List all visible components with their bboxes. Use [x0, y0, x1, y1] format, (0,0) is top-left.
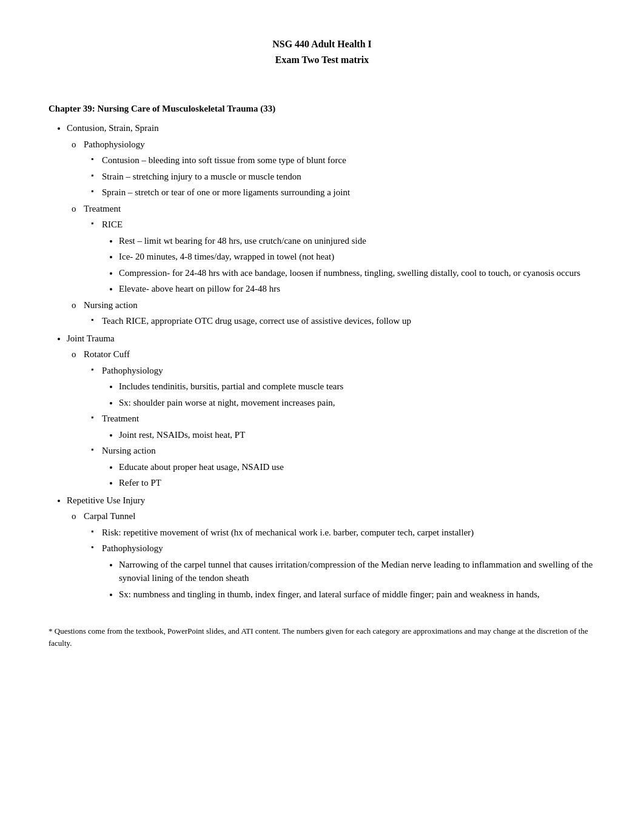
repetitive-sub: Carpal Tunnel Risk: repetitive movement … — [67, 509, 595, 601]
nursing-rotator-sub: Educate about proper heat usage, NSAID u… — [102, 460, 595, 490]
title-line2: Exam Two Test matrix — [49, 52, 595, 68]
list-item: Strain – stretching injury to a muscle o… — [102, 170, 595, 184]
content-area: Contusion, Strain, Sprain Pathophysiolog… — [49, 121, 595, 601]
main-list: Contusion, Strain, Sprain Pathophysiolog… — [49, 121, 595, 601]
patho-list-1: Contusion – bleeding into soft tissue fr… — [84, 153, 595, 200]
carpal-tunnel-item: Carpal Tunnel Risk: repetitive movement … — [84, 509, 595, 601]
pathophysiology-item-1: Pathophysiology Contusion – bleeding int… — [84, 138, 595, 200]
list-item: Rest – limit wt bearing for 48 hrs, use … — [119, 234, 595, 248]
list-item: Ice- 20 minutes, 4-8 times/day, wrapped … — [119, 250, 595, 264]
patho-carpal-sub: Narrowing of the carpel tunnel that caus… — [102, 558, 595, 602]
list-item: Sx: numbness and tingling in thumb, inde… — [119, 588, 595, 602]
page-header: NSG 440 Adult Health I Exam Two Test mat… — [49, 36, 595, 67]
rice-item: RICE Rest – limit wt bearing for 48 hrs,… — [102, 218, 595, 296]
list-item: Elevate- above heart on pillow for 24-48… — [119, 282, 595, 296]
rotator-list: Pathophysiology Includes tendinitis, bur… — [84, 364, 595, 490]
list-item-joint-trauma: Joint Trauma Rotator Cuff Pathophysiolog… — [67, 332, 595, 490]
carpal-risk: Risk: repetitive movement of wrist (hx o… — [102, 526, 595, 540]
patho-carpal: Pathophysiology Narrowing of the carpel … — [102, 542, 595, 601]
list-item: Sx: shoulder pain worse at night, moveme… — [119, 396, 595, 410]
rotator-cuff-item: Rotator Cuff Pathophysiology Includes te… — [84, 347, 595, 490]
contusion-sub: Pathophysiology Contusion – bleeding int… — [67, 138, 595, 328]
treatment-rotator: Treatment Joint rest, NSAIDs, moist heat… — [102, 412, 595, 441]
nursing-action-item-1: Nursing action Teach RICE, appropriate O… — [84, 298, 595, 328]
list-item: Teach RICE, appropriate OTC drug usage, … — [102, 314, 595, 328]
treatment-rotator-sub: Joint rest, NSAIDs, moist heat, PT — [102, 428, 595, 442]
rice-sub: Rest – limit wt bearing for 48 hrs, use … — [102, 234, 595, 296]
patho-rotator: Pathophysiology Includes tendinitis, bur… — [102, 364, 595, 410]
list-item: Joint rest, NSAIDs, moist heat, PT — [119, 428, 595, 442]
nursing-list-1: Teach RICE, appropriate OTC drug usage, … — [84, 314, 595, 328]
footnote-text: * Questions come from the textbook, Powe… — [49, 626, 588, 648]
list-item: Compression- for 24-48 hrs with ace band… — [119, 266, 595, 280]
joint-trauma-label: Joint Trauma — [67, 334, 115, 343]
list-item: Contusion – bleeding into soft tissue fr… — [102, 153, 595, 167]
treatment-item-1: Treatment RICE Rest – limit wt bearing f… — [84, 202, 595, 296]
list-item: Narrowing of the carpel tunnel that caus… — [119, 558, 595, 585]
contusion-label: Contusion, Strain, Sprain — [67, 123, 159, 133]
footnote: * Questions come from the textbook, Powe… — [49, 625, 595, 649]
patho-rotator-sub: Includes tendinitis, bursitis, partial a… — [102, 380, 595, 409]
list-item: Refer to PT — [119, 476, 595, 490]
list-item-contusion: Contusion, Strain, Sprain Pathophysiolog… — [67, 121, 595, 328]
list-item: Sprain – stretch or tear of one or more … — [102, 186, 595, 200]
title-line1: NSG 440 Adult Health I — [49, 36, 595, 52]
carpal-list: Risk: repetitive movement of wrist (hx o… — [84, 526, 595, 602]
treatment-list-1: RICE Rest – limit wt bearing for 48 hrs,… — [84, 218, 595, 296]
list-item: Educate about proper heat usage, NSAID u… — [119, 460, 595, 474]
chapter-title: Chapter 39: Nursing Care of Musculoskele… — [49, 104, 595, 114]
nursing-rotator: Nursing action Educate about proper heat… — [102, 444, 595, 490]
list-item-repetitive: Repetitive Use Injury Carpal Tunnel Risk… — [67, 494, 595, 602]
joint-trauma-sub: Rotator Cuff Pathophysiology Includes te… — [67, 347, 595, 490]
list-item: Includes tendinitis, bursitis, partial a… — [119, 380, 595, 394]
repetitive-label: Repetitive Use Injury — [67, 495, 145, 505]
